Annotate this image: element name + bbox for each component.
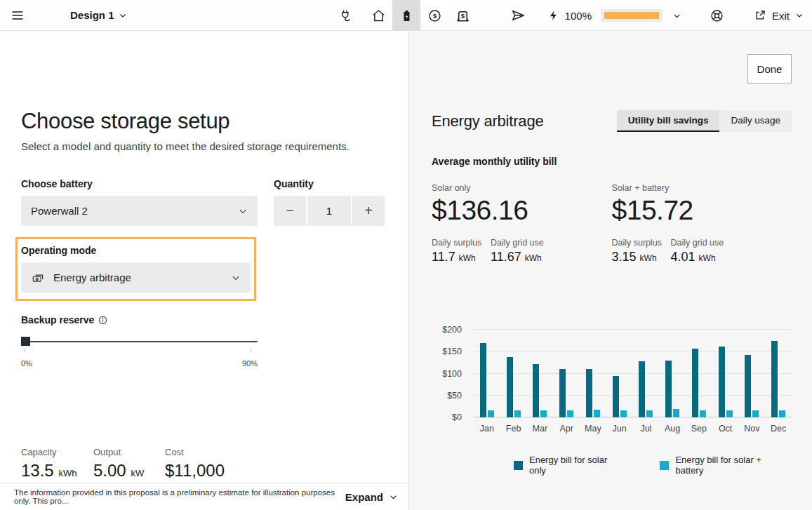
chart-y-tick-label: $0 xyxy=(452,412,462,422)
tab-daily-usage[interactable]: Daily usage xyxy=(719,110,792,132)
solar-battery-label: Solar + battery xyxy=(612,183,792,193)
chart-bar xyxy=(507,357,513,417)
solar-only-label: Solar only xyxy=(432,183,612,193)
panel-title: Energy arbitrage xyxy=(432,112,543,130)
chart-bar xyxy=(673,409,679,417)
capacity-label: Capacity xyxy=(21,447,93,457)
design-name-dropdown[interactable]: Design 1 xyxy=(70,9,127,21)
battery-stats: Capacity 13.5 kWh Output 5.00 kW Cost $1… xyxy=(21,447,387,481)
storage-button[interactable] xyxy=(392,0,420,31)
cash-icon xyxy=(31,271,45,285)
operating-mode-label: Operating mode xyxy=(21,245,251,256)
chart-plot xyxy=(474,330,792,417)
slider-track[interactable] xyxy=(21,341,258,342)
chart-month-label: May xyxy=(580,424,606,434)
chart-y-tick-label: $100 xyxy=(442,369,462,379)
chevron-down-icon[interactable] xyxy=(672,11,681,20)
daily-grid-use-unit: kWh xyxy=(525,253,542,263)
cost-label: Cost xyxy=(165,447,225,457)
charge-progress-fill xyxy=(604,12,659,19)
bar-group xyxy=(553,330,580,417)
solar-only-amount: $136.16 xyxy=(432,195,612,226)
chevron-down-icon xyxy=(231,273,241,283)
chart-bar xyxy=(620,410,627,417)
svg-text:$: $ xyxy=(460,12,465,20)
ev-charger-button[interactable] xyxy=(333,0,361,31)
chart-y-tick-label: $200 xyxy=(442,325,462,335)
chart-y-axis: $0$50$100$150$200 xyxy=(432,330,462,417)
send-button[interactable] xyxy=(504,0,532,31)
chart-bar xyxy=(559,369,566,417)
solar-battery-summary: Solar + battery $15.72 Daily surplus 3.1… xyxy=(612,183,792,264)
chart-bar xyxy=(700,410,706,417)
quantity-decrement-button[interactable]: − xyxy=(274,196,306,226)
page-title: Choose storage setup xyxy=(21,109,387,134)
chart-bar xyxy=(752,410,759,417)
monthly-bill-chart: $0$50$100$150$200 JanFebMarAprMayJunJulA… xyxy=(432,330,792,476)
chart-bar xyxy=(594,410,600,417)
bar-group xyxy=(500,330,527,417)
solar-only-summary: Solar only $136.16 Daily surplus 11.7 kW… xyxy=(432,183,612,264)
pricing-button[interactable]: $ xyxy=(420,0,448,31)
chart-bar xyxy=(726,410,733,417)
daily-grid-use-value: 4.01 xyxy=(671,250,695,264)
chart-bar xyxy=(613,376,619,417)
home-button[interactable] xyxy=(364,0,392,31)
operating-mode-value: Energy arbitrage xyxy=(53,271,131,283)
chart-month-label: Dec xyxy=(765,424,792,434)
legend-swatch-icon xyxy=(660,461,669,470)
backup-reserve-section: Backup reserve 0% 90% xyxy=(21,314,258,368)
battery-icon xyxy=(399,8,414,23)
storage-setup-panel: Choose storage setup Select a model and … xyxy=(0,32,408,510)
slider-min-label: 0% xyxy=(21,359,32,368)
bar-group xyxy=(606,330,633,417)
charge-progress-bar[interactable] xyxy=(601,9,663,22)
slider-tick-max xyxy=(251,349,251,352)
section-label: Average monthly utility bill xyxy=(432,156,792,167)
chevron-down-icon xyxy=(119,11,127,20)
help-button[interactable] xyxy=(710,8,724,23)
chart-month-label: Jun xyxy=(606,424,633,434)
incentives-button[interactable]: $ xyxy=(448,0,477,31)
bar-group xyxy=(474,330,500,417)
chart-x-axis: JanFebMarAprMayJunJulAugSepOctNovDec xyxy=(474,424,792,434)
home-icon xyxy=(371,8,386,23)
lifebuoy-icon xyxy=(710,8,724,23)
bar-group xyxy=(765,330,792,417)
legend-label: Energy bill for solar + battery xyxy=(675,455,792,476)
daily-surplus-label: Daily surplus xyxy=(612,238,670,248)
svg-text:$: $ xyxy=(432,13,436,20)
chart-bar xyxy=(639,361,645,417)
chart-bar xyxy=(646,410,653,417)
dollar-coin-icon: $ xyxy=(427,8,442,23)
battery-select[interactable]: Powerwall 2 xyxy=(21,196,258,226)
daily-surplus-unit: kWh xyxy=(640,253,657,263)
legend-label: Energy bill for solar only xyxy=(529,455,626,476)
slider-ticks xyxy=(21,347,258,353)
quantity-increment-button[interactable]: + xyxy=(352,196,385,226)
done-button[interactable]: Done xyxy=(747,54,792,83)
chart-bar xyxy=(480,343,486,417)
chart-month-label: Feb xyxy=(500,424,527,434)
legend-item: Energy bill for solar only xyxy=(514,455,626,476)
output-value: 5.00 xyxy=(93,461,126,480)
exit-button[interactable]: Exit xyxy=(754,9,804,22)
operating-mode-select[interactable]: Energy arbitrage xyxy=(21,262,251,293)
chevron-down-icon xyxy=(389,492,398,502)
send-icon xyxy=(510,8,526,23)
top-toolbar: Design 1 $ xyxy=(0,0,812,31)
chart-legend: Energy bill for solar onlyEnergy bill fo… xyxy=(514,455,792,476)
solar-battery-amount: $15.72 xyxy=(612,195,792,226)
chart-y-tick-label: $50 xyxy=(447,391,462,401)
info-icon[interactable] xyxy=(98,316,107,325)
backup-reserve-slider[interactable] xyxy=(21,337,258,346)
chart-bar xyxy=(488,410,494,417)
menu-icon[interactable] xyxy=(8,6,27,25)
chart-bar xyxy=(567,410,573,417)
quantity-stepper: − 1 + xyxy=(274,196,385,226)
legend-item: Energy bill for solar + battery xyxy=(660,455,792,476)
expand-button[interactable]: Expand xyxy=(345,491,398,503)
slider-thumb[interactable] xyxy=(21,337,30,346)
chart-bar xyxy=(771,341,778,417)
tab-utility-bill-savings[interactable]: Utility bill savings xyxy=(617,110,720,132)
